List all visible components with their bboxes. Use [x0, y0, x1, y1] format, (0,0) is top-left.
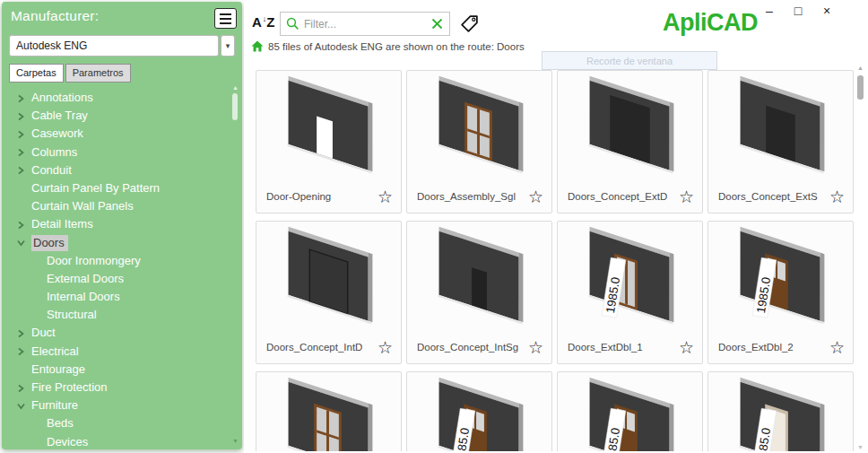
close-button[interactable]: × — [818, 2, 836, 20]
chevron-right-icon — [17, 166, 25, 175]
tree-item-conduit[interactable]: Conduit — [2, 161, 242, 179]
favorite-star-icon[interactable]: ☆ — [378, 188, 393, 205]
family-card-10[interactable]: 1985.0 ☆ — [406, 371, 552, 451]
scroll-down-icon[interactable]: ▼ — [855, 444, 865, 450]
sidebar-scrollbar[interactable]: ▲ ▼ — [231, 84, 239, 444]
family-thumbnail-opening — [256, 71, 401, 180]
tree-item-columns[interactable]: Columns — [2, 144, 242, 161]
tree-item-doors[interactable]: Doors — [2, 234, 242, 252]
family-card-doors-concept-exts[interactable]: Doors_Concept_ExtS ☆ — [707, 70, 854, 213]
family-card-9[interactable]: ☆ — [256, 371, 402, 451]
family-card-12[interactable]: 1985.0 ☆ — [707, 371, 854, 451]
tree-item-entourage[interactable]: Entourage — [2, 361, 242, 379]
chevron-right-icon — [17, 347, 25, 356]
tree-item-label: Devices — [47, 435, 88, 449]
family-card-doors-concept-intd[interactable]: Doors_Concept_IntD ☆ — [256, 221, 402, 364]
tree-item-annotations[interactable]: Annotations — [2, 89, 242, 107]
family-thumbnail-wood-label: 1985.0 — [708, 222, 853, 331]
family-name: Doors_Concept_ExtD — [568, 191, 667, 202]
favorite-star-icon[interactable]: ☆ — [528, 188, 543, 205]
grid-scrollbar[interactable]: ▲ ▼ — [855, 65, 865, 450]
tree-item-label: Curtain Panel By Pattern — [31, 181, 160, 195]
family-name: Doors_Concept_IntD — [266, 342, 362, 353]
tree-item-label: Doors — [31, 235, 68, 251]
tree-item-curtain-panel-by-pattern[interactable]: Curtain Panel By Pattern — [2, 179, 242, 197]
chevron-right-icon — [17, 148, 25, 157]
search-icon — [286, 17, 299, 30]
tree-item-label: Columns — [31, 145, 77, 159]
family-card-doors-extdbl-1[interactable]: 1985.0 Doors_ExtDbl_1 ☆ — [557, 221, 703, 364]
status-text: 85 files of Autodesk ENG are shown on th… — [268, 41, 525, 52]
favorite-star-icon[interactable]: ☆ — [378, 339, 393, 356]
family-thumbnail-outline-dbl — [256, 222, 401, 331]
family-card-doors-concept-intsg[interactable]: Doors_Concept_IntSg ☆ — [406, 221, 552, 364]
scrollbar-thumb[interactable] — [232, 93, 238, 120]
tree-item-detail-items[interactable]: Detail Items — [2, 215, 242, 233]
tree-item-label: Annotations — [31, 91, 93, 104]
tag-icon[interactable] — [459, 13, 480, 34]
tree-item-curtain-wall-panels[interactable]: Curtain Wall Panels — [2, 197, 242, 215]
tree-item-devices[interactable]: Devices — [2, 433, 242, 449]
family-card-11[interactable]: 1985.0 ☆ — [557, 371, 703, 451]
sort-letter-z: Z — [266, 14, 274, 30]
family-thumbnail-glazed-label: 1985.0 — [558, 222, 702, 331]
family-card-bar: Doors_Concept_ExtS ☆ — [708, 180, 853, 213]
family-card-doors-assembly-sgl[interactable]: Doors_Assembly_Sgl ☆ — [406, 70, 552, 213]
scroll-up-icon[interactable]: ▲ — [855, 65, 865, 71]
manufacturer-select[interactable]: Autodesk ENG ▾ — [9, 35, 235, 57]
tree-item-furniture[interactable]: Furniture — [2, 396, 242, 414]
tree-item-beds[interactable]: Beds — [2, 414, 242, 432]
tree-item-door-ironmongery[interactable]: Door Ironmongery — [2, 252, 242, 270]
chevron-right-icon — [17, 221, 25, 230]
favorite-star-icon[interactable]: ☆ — [679, 188, 694, 205]
tab-carpetas[interactable]: Carpetas — [9, 64, 64, 83]
family-thumbnail-dark-dbl — [558, 71, 702, 180]
tree-item-electrical[interactable]: Electrical — [2, 343, 242, 361]
chevron-right-icon — [17, 130, 25, 139]
chevron-right-icon — [17, 94, 25, 103]
scroll-up-icon[interactable]: ▲ — [231, 84, 239, 91]
maximize-button[interactable]: □ — [789, 2, 807, 20]
tree-item-label: Conduit — [31, 163, 72, 177]
family-name: Door-Opening — [266, 191, 331, 202]
tree-item-cable-tray[interactable]: Cable Tray — [2, 107, 242, 125]
scrollbar-thumb[interactable] — [857, 75, 864, 100]
family-card-door-opening[interactable]: Door-Opening ☆ — [256, 70, 402, 213]
family-card-doors-extdbl-2[interactable]: 1985.0 Doors_ExtDbl_2 ☆ — [707, 221, 854, 364]
aplicad-window: Manufacturer: Autodesk ENG ▾ Carpetas Pa… — [0, 0, 868, 453]
manufacturer-value[interactable]: Autodesk ENG — [9, 35, 219, 57]
tree-item-fire-protection[interactable]: Fire Protection — [2, 379, 242, 396]
filter-searchbox[interactable] — [280, 12, 450, 36]
tree-item-label: Beds — [47, 416, 74, 430]
tree-item-label: Duct — [31, 326, 56, 339]
clear-filter-icon[interactable] — [430, 17, 444, 30]
tree-item-casework[interactable]: Casework — [2, 125, 242, 143]
scroll-down-icon[interactable]: ▼ — [231, 438, 239, 444]
menu-icon[interactable] — [214, 8, 237, 29]
filter-input[interactable] — [304, 18, 426, 30]
chevron-down-icon — [17, 402, 26, 410]
tree-item-internal-doors[interactable]: Internal Doors — [2, 288, 242, 306]
tree-item-duct[interactable]: Duct — [2, 324, 242, 342]
family-card-doors-concept-extd[interactable]: Doors_Concept_ExtD ☆ — [557, 70, 703, 213]
family-thumbnail-glazed — [256, 372, 401, 451]
favorite-star-icon[interactable]: ☆ — [528, 339, 543, 356]
family-thumbnail-wood-label: 1985.0 — [407, 372, 551, 451]
favorite-star-icon[interactable]: ☆ — [829, 339, 845, 356]
tab-parametros[interactable]: Parametros — [65, 64, 131, 83]
tree-item-label: Fire Protection — [31, 380, 108, 394]
sidebar-tabs: Carpetas Parametros — [9, 64, 242, 83]
tree-item-label: Internal Doors — [47, 290, 120, 303]
aplicad-logo: ApliCAD — [629, 9, 791, 37]
tree-item-label: External Doors — [47, 272, 124, 285]
family-thumbnail-glazed — [407, 71, 551, 180]
family-card-bar: Doors_Concept_IntSg ☆ — [407, 331, 551, 363]
sort-az-icon[interactable]: A↓Z — [252, 14, 275, 30]
tree-item-external-doors[interactable]: External Doors — [2, 270, 242, 288]
favorite-star-icon[interactable]: ☆ — [679, 339, 694, 356]
chevron-right-icon — [17, 112, 25, 121]
tree-item-structural[interactable]: Structural — [2, 306, 242, 324]
favorite-star-icon[interactable]: ☆ — [829, 188, 845, 205]
family-name: Doors_ExtDbl_1 — [568, 342, 643, 353]
chevron-down-icon[interactable]: ▾ — [221, 35, 235, 57]
